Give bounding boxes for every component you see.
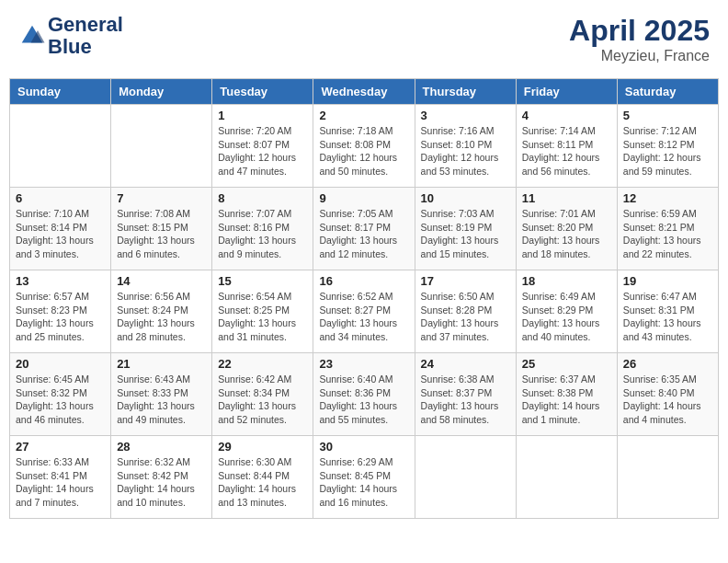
weekday-header-monday: Monday <box>111 79 212 105</box>
calendar-row-4: 27Sunrise: 6:33 AM Sunset: 8:41 PM Dayli… <box>10 436 719 519</box>
day-info: Sunrise: 6:56 AM Sunset: 8:24 PM Dayligh… <box>117 290 206 344</box>
calendar-cell: 24Sunrise: 6:38 AM Sunset: 8:37 PM Dayli… <box>415 353 516 436</box>
day-number: 20 <box>16 357 105 371</box>
day-number: 16 <box>319 274 408 288</box>
calendar-cell: 1Sunrise: 7:20 AM Sunset: 8:07 PM Daylig… <box>212 105 313 188</box>
calendar-cell: 8Sunrise: 7:07 AM Sunset: 8:16 PM Daylig… <box>212 188 313 270</box>
title-block: April 2025 Meyzieu, France <box>569 14 710 64</box>
day-info: Sunrise: 6:49 AM Sunset: 8:29 PM Dayligh… <box>522 290 611 344</box>
day-number: 19 <box>623 274 712 288</box>
day-number: 2 <box>319 109 408 122</box>
calendar-cell: 16Sunrise: 6:52 AM Sunset: 8:27 PM Dayli… <box>313 270 415 353</box>
day-info: Sunrise: 7:12 AM Sunset: 8:12 PM Dayligh… <box>623 124 712 178</box>
logo-icon <box>18 22 46 50</box>
day-number: 3 <box>421 109 510 122</box>
day-number: 14 <box>117 274 206 288</box>
weekday-header-saturday: Saturday <box>617 79 718 105</box>
logo-text: General Blue <box>48 14 123 58</box>
calendar-cell: 11Sunrise: 7:01 AM Sunset: 8:20 PM Dayli… <box>516 188 617 270</box>
calendar-cell <box>111 105 212 188</box>
day-number: 6 <box>16 191 105 205</box>
calendar-table: SundayMondayTuesdayWednesdayThursdayFrid… <box>9 78 719 519</box>
calendar-cell: 30Sunrise: 6:29 AM Sunset: 8:45 PM Dayli… <box>313 436 415 519</box>
calendar-row-0: 1Sunrise: 7:20 AM Sunset: 8:07 PM Daylig… <box>10 105 719 188</box>
calendar-cell <box>415 436 516 519</box>
calendar-cell: 18Sunrise: 6:49 AM Sunset: 8:29 PM Dayli… <box>516 270 617 353</box>
day-info: Sunrise: 6:38 AM Sunset: 8:37 PM Dayligh… <box>421 373 510 427</box>
weekday-header-wednesday: Wednesday <box>313 79 415 105</box>
calendar-cell: 14Sunrise: 6:56 AM Sunset: 8:24 PM Dayli… <box>111 270 212 353</box>
calendar-cell: 23Sunrise: 6:40 AM Sunset: 8:36 PM Dayli… <box>313 353 415 436</box>
calendar-row-1: 6Sunrise: 7:10 AM Sunset: 8:14 PM Daylig… <box>10 188 719 270</box>
calendar-cell: 4Sunrise: 7:14 AM Sunset: 8:11 PM Daylig… <box>516 105 617 188</box>
day-info: Sunrise: 6:40 AM Sunset: 8:36 PM Dayligh… <box>319 373 408 427</box>
calendar-cell: 3Sunrise: 7:16 AM Sunset: 8:10 PM Daylig… <box>415 105 516 188</box>
day-info: Sunrise: 7:01 AM Sunset: 8:20 PM Dayligh… <box>522 207 611 261</box>
day-number: 26 <box>623 357 712 371</box>
day-info: Sunrise: 7:08 AM Sunset: 8:15 PM Dayligh… <box>117 207 206 261</box>
day-number: 15 <box>218 274 307 288</box>
day-number: 9 <box>319 191 408 205</box>
calendar-row-2: 13Sunrise: 6:57 AM Sunset: 8:23 PM Dayli… <box>10 270 719 353</box>
day-number: 12 <box>623 191 712 205</box>
calendar-cell: 5Sunrise: 7:12 AM Sunset: 8:12 PM Daylig… <box>617 105 718 188</box>
calendar-cell <box>516 436 617 519</box>
calendar-cell: 12Sunrise: 6:59 AM Sunset: 8:21 PM Dayli… <box>617 188 718 270</box>
day-info: Sunrise: 6:54 AM Sunset: 8:25 PM Dayligh… <box>218 290 307 344</box>
day-info: Sunrise: 6:35 AM Sunset: 8:40 PM Dayligh… <box>623 373 712 427</box>
day-info: Sunrise: 6:33 AM Sunset: 8:41 PM Dayligh… <box>16 455 105 510</box>
page-header: General Blue April 2025 Meyzieu, France <box>9 9 719 69</box>
calendar-cell: 15Sunrise: 6:54 AM Sunset: 8:25 PM Dayli… <box>212 270 313 353</box>
day-number: 21 <box>117 357 206 371</box>
calendar-cell: 26Sunrise: 6:35 AM Sunset: 8:40 PM Dayli… <box>617 353 718 436</box>
day-number: 22 <box>218 357 307 371</box>
day-info: Sunrise: 6:32 AM Sunset: 8:42 PM Dayligh… <box>117 455 206 510</box>
logo-line1: General <box>48 14 123 36</box>
day-info: Sunrise: 6:37 AM Sunset: 8:38 PM Dayligh… <box>522 373 611 427</box>
day-info: Sunrise: 7:05 AM Sunset: 8:17 PM Dayligh… <box>319 207 408 261</box>
calendar-cell: 21Sunrise: 6:43 AM Sunset: 8:33 PM Dayli… <box>111 353 212 436</box>
calendar-cell: 7Sunrise: 7:08 AM Sunset: 8:15 PM Daylig… <box>111 188 212 270</box>
calendar-cell: 25Sunrise: 6:37 AM Sunset: 8:38 PM Dayli… <box>516 353 617 436</box>
weekday-header-thursday: Thursday <box>415 79 516 105</box>
day-number: 13 <box>16 274 105 288</box>
day-number: 7 <box>117 191 206 205</box>
day-info: Sunrise: 6:59 AM Sunset: 8:21 PM Dayligh… <box>623 207 712 261</box>
day-info: Sunrise: 7:18 AM Sunset: 8:08 PM Dayligh… <box>319 124 408 178</box>
day-info: Sunrise: 6:29 AM Sunset: 8:45 PM Dayligh… <box>319 455 408 510</box>
day-number: 11 <box>522 191 611 205</box>
day-info: Sunrise: 7:14 AM Sunset: 8:11 PM Dayligh… <box>522 124 611 178</box>
day-info: Sunrise: 7:10 AM Sunset: 8:14 PM Dayligh… <box>16 207 105 261</box>
calendar-cell: 2Sunrise: 7:18 AM Sunset: 8:08 PM Daylig… <box>313 105 415 188</box>
calendar-cell: 13Sunrise: 6:57 AM Sunset: 8:23 PM Dayli… <box>10 270 111 353</box>
day-number: 30 <box>319 440 408 454</box>
calendar-cell: 20Sunrise: 6:45 AM Sunset: 8:32 PM Dayli… <box>10 353 111 436</box>
day-number: 27 <box>16 440 105 454</box>
weekday-header-sunday: Sunday <box>10 79 111 105</box>
day-number: 23 <box>319 357 408 371</box>
day-number: 24 <box>421 357 510 371</box>
weekday-header-friday: Friday <box>516 79 617 105</box>
day-info: Sunrise: 6:45 AM Sunset: 8:32 PM Dayligh… <box>16 373 105 427</box>
calendar-cell <box>617 436 718 519</box>
month-year-title: April 2025 <box>569 14 710 48</box>
day-info: Sunrise: 6:57 AM Sunset: 8:23 PM Dayligh… <box>16 290 105 344</box>
calendar-cell: 29Sunrise: 6:30 AM Sunset: 8:44 PM Dayli… <box>212 436 313 519</box>
calendar-cell: 10Sunrise: 7:03 AM Sunset: 8:19 PM Dayli… <box>415 188 516 270</box>
day-info: Sunrise: 7:20 AM Sunset: 8:07 PM Dayligh… <box>218 124 307 178</box>
calendar-header-row: SundayMondayTuesdayWednesdayThursdayFrid… <box>10 79 719 105</box>
day-number: 8 <box>218 191 307 205</box>
logo-line2: Blue <box>48 36 123 58</box>
calendar-row-3: 20Sunrise: 6:45 AM Sunset: 8:32 PM Dayli… <box>10 353 719 436</box>
day-number: 10 <box>421 191 510 205</box>
day-number: 4 <box>522 109 611 122</box>
day-info: Sunrise: 6:43 AM Sunset: 8:33 PM Dayligh… <box>117 373 206 427</box>
calendar-cell: 9Sunrise: 7:05 AM Sunset: 8:17 PM Daylig… <box>313 188 415 270</box>
day-info: Sunrise: 6:42 AM Sunset: 8:34 PM Dayligh… <box>218 373 307 427</box>
day-info: Sunrise: 7:16 AM Sunset: 8:10 PM Dayligh… <box>421 124 510 178</box>
weekday-header-tuesday: Tuesday <box>212 79 313 105</box>
day-info: Sunrise: 6:47 AM Sunset: 8:31 PM Dayligh… <box>623 290 712 344</box>
day-number: 5 <box>623 109 712 122</box>
day-number: 1 <box>218 109 307 122</box>
day-info: Sunrise: 7:07 AM Sunset: 8:16 PM Dayligh… <box>218 207 307 261</box>
